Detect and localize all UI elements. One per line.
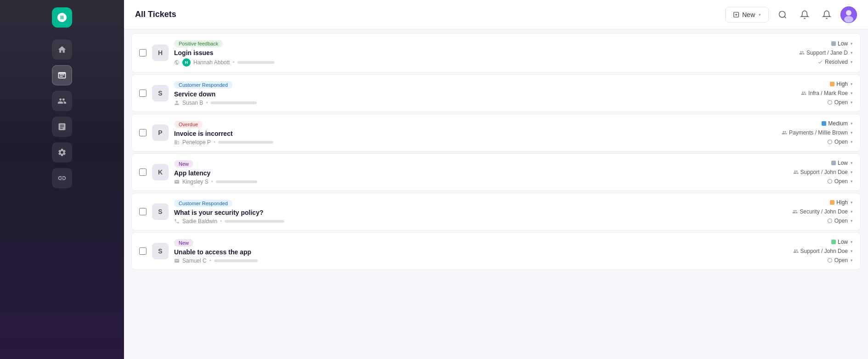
priority-chevron: ▾ <box>851 121 853 126</box>
main-content: All Tickets New ▾ <box>124 0 868 359</box>
priority-label: High <box>836 199 848 206</box>
ticket-assignee-name: Hannah Abbott <box>193 59 230 66</box>
ticket-title[interactable]: Unable to access the app <box>174 248 746 256</box>
ticket-info: Customer Responded Service down Susan B … <box>174 80 746 106</box>
status-label: Open <box>834 139 848 145</box>
ticket-id-line <box>211 101 257 104</box>
priority-chevron: ▾ <box>851 161 853 165</box>
sidebar-item-settings[interactable] <box>52 142 72 163</box>
ticket-row: K New App latency Kingsley S • Low ▾ <box>131 153 861 191</box>
priority-chevron: ▾ <box>851 82 853 86</box>
search-button[interactable] <box>774 6 791 23</box>
page-header: All Tickets New ▾ <box>124 0 868 29</box>
ticket-info: Overdue Invoice is incorrect Penelope P … <box>174 120 746 146</box>
ticket-avatar: H <box>152 45 169 61</box>
status-label: Open <box>834 99 848 106</box>
ticket-right-panel: High ▾ Security / John Doe ▾ Open ▾ <box>752 199 853 224</box>
ticket-avatar: K <box>152 164 169 180</box>
team-badge[interactable]: Support / Jane D ▾ <box>799 50 853 56</box>
ticket-checkbox[interactable] <box>139 49 147 56</box>
ticket-title[interactable]: Service down <box>174 90 746 98</box>
user-avatar[interactable] <box>840 6 857 23</box>
ticket-right-panel: Medium ▾ Payments / Millie Brown ▾ Open … <box>752 120 853 145</box>
ticket-meta: Samuel C • <box>174 258 746 264</box>
ticket-badge-row: Customer Responded <box>174 80 746 89</box>
sidebar-item-integrations[interactable] <box>52 168 72 188</box>
priority-label: High <box>836 81 848 87</box>
priority-label: Low <box>838 40 848 47</box>
priority-badge[interactable]: Low ▾ <box>831 160 853 166</box>
ticket-status-badge: New <box>174 160 193 168</box>
ticket-checkbox[interactable] <box>139 208 147 215</box>
ticket-id-line <box>214 259 258 262</box>
team-badge[interactable]: Payments / Millie Brown ▾ <box>782 129 853 136</box>
new-button-chevron: ▾ <box>759 12 761 17</box>
team-label: Support / Jane D <box>806 50 848 56</box>
status-badge[interactable]: Open ▾ <box>827 99 853 106</box>
ticket-avatar: P <box>152 124 169 141</box>
ticket-info: Customer Responded What is your security… <box>174 199 746 224</box>
priority-badge[interactable]: High ▾ <box>830 81 853 87</box>
team-badge[interactable]: Infra / Mark Roe ▾ <box>801 90 853 96</box>
ticket-title[interactable]: Invoice is incorrect <box>174 130 746 137</box>
team-badge[interactable]: Support / John Doe ▾ <box>793 248 853 254</box>
ticket-info: New Unable to access the app Samuel C • <box>174 238 746 264</box>
sidebar-item-home[interactable] <box>52 39 72 60</box>
status-badge[interactable]: Open ▾ <box>827 139 853 145</box>
priority-label: Medium <box>828 120 848 127</box>
ticket-badge-row: New <box>174 159 746 168</box>
ticket-id-line <box>225 220 284 223</box>
ticket-checkbox[interactable] <box>139 168 147 176</box>
team-chevron: ▾ <box>851 170 853 174</box>
sidebar <box>0 0 124 359</box>
team-chevron: ▾ <box>851 91 853 95</box>
svg-point-3 <box>846 10 851 16</box>
notifications-button[interactable] <box>818 6 835 23</box>
sidebar-item-contacts[interactable] <box>52 91 72 111</box>
ticket-title[interactable]: App latency <box>174 169 746 177</box>
ticket-id-line <box>218 141 273 144</box>
status-chevron: ▾ <box>851 219 853 223</box>
ticket-checkbox[interactable] <box>139 129 147 136</box>
status-badge[interactable]: Open ▾ <box>827 257 853 264</box>
priority-badge[interactable]: Medium ▾ <box>822 120 853 127</box>
priority-dot <box>831 240 836 244</box>
sidebar-item-tickets[interactable] <box>52 65 72 85</box>
status-chevron: ▾ <box>851 179 853 184</box>
announcements-button[interactable] <box>796 6 813 23</box>
ticket-status-badge: Overdue <box>174 121 203 128</box>
team-chevron: ▾ <box>851 249 853 253</box>
app-logo[interactable] <box>52 7 72 28</box>
team-chevron: ▾ <box>851 50 853 55</box>
priority-badge[interactable]: High ▾ <box>830 199 853 206</box>
team-label: Payments / Millie Brown <box>789 129 848 136</box>
status-badge[interactable]: Open ▾ <box>827 178 853 185</box>
priority-badge[interactable]: Low ▾ <box>831 239 853 245</box>
ticket-title[interactable]: What is your security policy? <box>174 209 746 216</box>
team-badge[interactable]: Support / John Doe ▾ <box>793 169 853 175</box>
ticket-meta: Susan B • <box>174 100 746 106</box>
ticket-assignee-name: Penelope P <box>182 139 211 146</box>
team-label: Infra / Mark Roe <box>808 90 848 96</box>
status-badge[interactable]: Open ▾ <box>827 218 853 224</box>
ticket-badge-row: Customer Responded <box>174 199 746 207</box>
ticket-title[interactable]: Login issues <box>174 49 746 56</box>
ticket-row: S New Unable to access the app Samuel C … <box>131 232 861 270</box>
ticket-assignee-name: Susan B <box>182 100 203 106</box>
ticket-avatar: S <box>152 85 169 101</box>
meta-separator: • <box>209 258 211 264</box>
status-chevron: ▾ <box>851 258 853 263</box>
meta-separator: • <box>211 179 213 185</box>
ticket-assignee-avatar: H <box>182 58 191 67</box>
ticket-checkbox[interactable] <box>139 247 147 255</box>
ticket-row: P Overdue Invoice is incorrect Penelope … <box>131 114 861 151</box>
svg-point-4 <box>844 16 853 22</box>
team-badge[interactable]: Security / John Doe ▾ <box>792 208 853 215</box>
ticket-status-badge: New <box>174 239 193 247</box>
priority-badge[interactable]: Low ▾ <box>831 40 853 47</box>
sidebar-item-reports[interactable] <box>52 117 72 137</box>
new-button[interactable]: New ▾ <box>725 7 769 22</box>
ticket-checkbox[interactable] <box>139 90 147 97</box>
status-badge[interactable]: Resolved ▾ <box>817 59 853 65</box>
team-label: Support / John Doe <box>800 169 848 175</box>
